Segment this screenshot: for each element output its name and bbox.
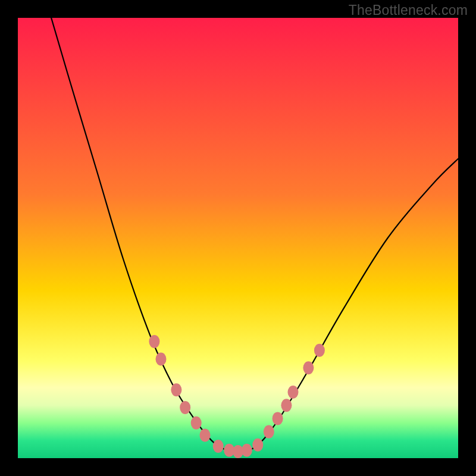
data-marker (156, 353, 167, 366)
data-marker (180, 401, 190, 414)
data-marker (303, 361, 314, 374)
data-marker (149, 335, 159, 348)
data-marker (288, 386, 299, 399)
data-marker (264, 425, 274, 439)
data-marker (252, 439, 263, 452)
data-marker (314, 344, 325, 357)
data-marker (242, 444, 252, 457)
curve-layer (18, 18, 458, 458)
chart-frame: TheBottleneck.com (0, 0, 476, 476)
data-marker (200, 429, 211, 442)
markers-group (149, 335, 325, 458)
data-marker (213, 440, 224, 453)
data-marker (273, 412, 283, 425)
plot-area (18, 18, 458, 458)
data-marker (281, 399, 292, 412)
bottleneck-curve (49, 18, 458, 452)
data-marker (171, 383, 181, 396)
data-marker (191, 416, 202, 430)
watermark-label: TheBottleneck.com (349, 2, 468, 18)
